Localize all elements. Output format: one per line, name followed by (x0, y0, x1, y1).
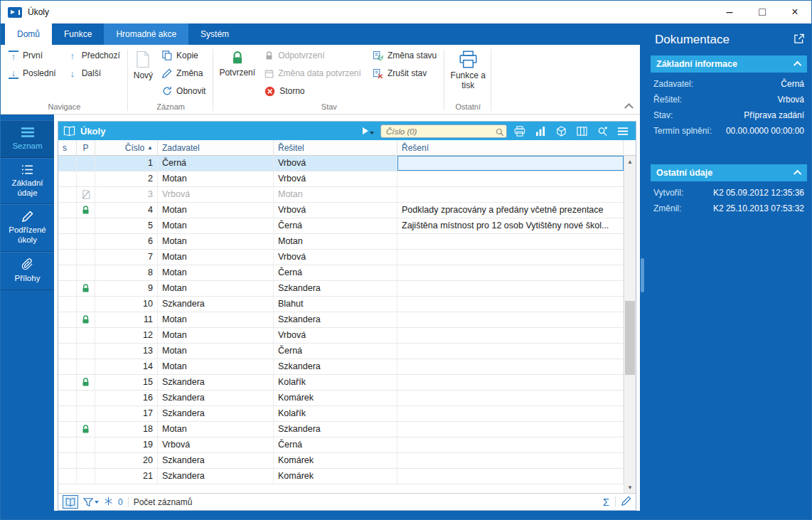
cell-p[interactable] (77, 453, 95, 468)
olap-button[interactable] (553, 123, 569, 139)
cell-resitel[interactable]: Motan (274, 187, 397, 202)
chart-button[interactable] (533, 123, 548, 139)
scroll-down-icon[interactable]: ▼ (624, 482, 636, 493)
cell-p[interactable] (77, 469, 95, 484)
cell-p[interactable] (77, 171, 95, 186)
column-header-zadavatel[interactable]: Zadavatel (158, 140, 274, 155)
cell-zadavatel[interactable]: Motan (158, 344, 274, 359)
section-header[interactable]: Ostatní údaje (651, 164, 807, 181)
cell-s[interactable] (58, 297, 77, 312)
run-filter-button[interactable] (363, 127, 374, 134)
cell-reseni[interactable] (397, 187, 624, 202)
cell-cislo[interactable]: 4 (95, 203, 158, 218)
cell-p[interactable] (77, 375, 95, 390)
cell-cislo[interactable]: 9 (95, 281, 158, 296)
previous-record-button[interactable]: ↑ Předchozí (63, 48, 125, 63)
print-button[interactable] (512, 123, 528, 139)
sidebar-item-zakladni-udaje[interactable]: Základní údaje (1, 158, 54, 205)
cell-zadavatel[interactable]: Motan (158, 359, 274, 374)
cell-s[interactable] (58, 218, 77, 233)
cell-p[interactable] (77, 250, 95, 265)
cell-resitel[interactable]: Vrbová (274, 250, 397, 265)
sum-button[interactable]: Σ (603, 496, 609, 508)
cell-resitel[interactable]: Kolařík (274, 406, 397, 421)
cell-resitel[interactable]: Černá (274, 265, 397, 280)
sidebar-item-prilohy[interactable]: Přílohy (1, 252, 54, 290)
cell-reseni[interactable] (397, 328, 624, 343)
view-toggle-button[interactable] (63, 495, 78, 509)
panel-splitter[interactable] (640, 23, 645, 519)
advanced-search-button[interactable] (594, 123, 610, 139)
cell-resitel[interactable]: Blahut (274, 297, 397, 312)
cell-zadavatel[interactable]: Szkandera (158, 469, 274, 484)
table-row[interactable]: 4MotanVrbováPodklady zpracovány a předán… (58, 203, 624, 218)
cell-resitel[interactable]: Černá (274, 344, 397, 359)
cell-s[interactable] (58, 422, 77, 437)
cell-zadavatel[interactable]: Motan (158, 281, 274, 296)
cell-reseni[interactable] (397, 250, 624, 265)
cell-s[interactable] (58, 437, 77, 452)
cell-s[interactable] (58, 344, 77, 359)
cell-cislo[interactable]: 2 (95, 171, 158, 186)
cell-zadavatel[interactable]: Vrbová (158, 187, 274, 202)
cell-p[interactable] (77, 406, 95, 421)
cell-p[interactable] (77, 328, 95, 343)
cell-cislo[interactable]: 6 (95, 234, 158, 249)
cell-reseni[interactable] (397, 297, 624, 312)
cell-cislo[interactable]: 1 (95, 156, 158, 171)
cell-reseni[interactable] (397, 406, 624, 421)
cell-reseni[interactable] (397, 391, 624, 405)
cell-zadavatel[interactable]: Szkandera (158, 375, 274, 390)
unconfirm-button[interactable]: Odpotvrzení (260, 48, 366, 63)
maximize-button[interactable]: □ (746, 1, 779, 23)
cell-p[interactable] (77, 312, 95, 327)
cell-resitel[interactable]: Komárek (274, 469, 397, 484)
table-row[interactable]: 11MotanSzkandera (58, 312, 624, 328)
cell-zadavatel[interactable]: Szkandera (158, 297, 274, 312)
cell-reseni[interactable] (397, 437, 624, 452)
next-record-button[interactable]: ↓ Další (63, 65, 125, 81)
table-row[interactable]: 18MotanSzkandera (58, 422, 624, 437)
cell-cislo[interactable]: 21 (95, 469, 158, 484)
tab-domu[interactable]: Domů (5, 23, 52, 45)
column-header-cislo[interactable]: Číslo▲ (95, 140, 158, 155)
table-row[interactable]: 15SzkanderaKolařík (58, 375, 624, 391)
cell-cislo[interactable]: 10 (95, 297, 158, 312)
cell-zadavatel[interactable]: Motan (158, 234, 274, 249)
cell-reseni[interactable] (397, 469, 624, 484)
column-header-reseni[interactable]: Řešení (397, 140, 624, 155)
cell-cislo[interactable]: 16 (95, 391, 158, 405)
cell-reseni[interactable] (397, 359, 624, 374)
last-record-button[interactable]: ↓ Poslední (4, 65, 61, 81)
cell-reseni[interactable] (397, 234, 624, 249)
cell-p[interactable] (77, 234, 95, 249)
cell-resitel[interactable]: Černá (274, 437, 397, 452)
cell-p[interactable] (77, 422, 95, 437)
cell-zadavatel[interactable]: Motan (158, 171, 274, 186)
cell-reseni[interactable] (397, 171, 624, 186)
cell-cislo[interactable]: 8 (95, 265, 158, 280)
table-row[interactable]: 9MotanSzkandera (58, 281, 624, 297)
column-header-p[interactable]: P (77, 140, 95, 155)
scroll-up-icon[interactable]: ▲ (624, 156, 636, 167)
sidebar-item-seznam[interactable]: Seznam (1, 120, 54, 158)
cell-reseni[interactable] (397, 375, 624, 390)
cell-zadavatel[interactable]: Szkandera (158, 453, 274, 468)
column-header-s[interactable]: s (58, 140, 77, 155)
cell-reseni[interactable]: Podklady zpracovány a předány včetně pre… (397, 203, 624, 218)
cell-cislo[interactable]: 7 (95, 250, 158, 265)
cell-zadavatel[interactable]: Vrbová (158, 437, 274, 452)
cell-p[interactable] (77, 437, 95, 452)
cell-p[interactable] (77, 297, 95, 312)
table-row[interactable]: 13MotanČerná (58, 344, 624, 359)
cell-cislo[interactable]: 3 (95, 187, 158, 202)
edit-note-button[interactable] (621, 496, 631, 508)
table-row[interactable]: 17SzkanderaKolařík (58, 406, 624, 422)
cell-resitel[interactable]: Szkandera (274, 422, 397, 437)
cell-s[interactable] (58, 171, 77, 186)
cell-reseni[interactable] (397, 281, 624, 296)
cell-p[interactable] (77, 187, 95, 202)
cell-cislo[interactable]: 13 (95, 344, 158, 359)
cell-cislo[interactable]: 14 (95, 359, 158, 374)
cell-s[interactable] (58, 453, 77, 468)
